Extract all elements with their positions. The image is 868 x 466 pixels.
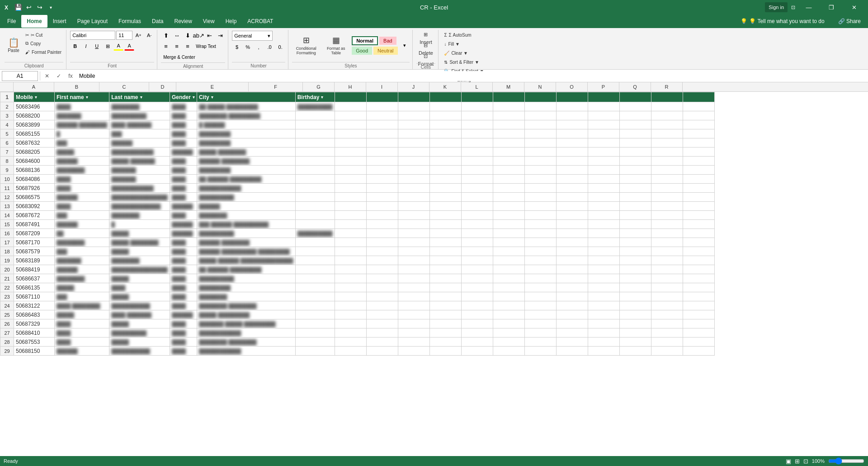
cell-empty-27-k[interactable]: [461, 328, 493, 338]
cell-data-26-2[interactable]: ████: [170, 319, 197, 328]
cell-data-2-1[interactable]: ████████: [109, 102, 170, 111]
cell-empty-19-r[interactable]: [683, 256, 714, 265]
cell-empty-7-n[interactable]: [556, 147, 588, 157]
cell-empty-7-i[interactable]: [398, 147, 429, 157]
row-num-25[interactable]: 25: [0, 310, 14, 319]
cell-empty-4-g[interactable]: [335, 120, 366, 129]
cell-data-29-0[interactable]: ██████: [55, 347, 109, 356]
cell-data-14-2[interactable]: ████: [170, 211, 197, 220]
cell-empty-2-k[interactable]: [461, 102, 493, 111]
cell-data-11-2[interactable]: ████: [170, 184, 197, 193]
cell-empty-14-p[interactable]: [619, 211, 651, 220]
cell-data-23-1[interactable]: █████: [109, 292, 170, 301]
cell-data-23-4[interactable]: [295, 292, 335, 301]
col-header-d[interactable]: D: [149, 82, 176, 91]
styles-expand-button[interactable]: ▾: [400, 41, 410, 50]
delete-button[interactable]: ⊟ Delete: [416, 42, 436, 52]
cell-data-8-0[interactable]: ██████: [55, 157, 109, 166]
cell-data-7-3[interactable]: █████ ████████: [197, 147, 295, 157]
menu-item-help[interactable]: Help: [220, 15, 242, 28]
cell-data-15-0[interactable]: ██████: [55, 220, 109, 229]
cell-empty-13-j[interactable]: [429, 202, 461, 211]
row-num-14[interactable]: 14: [0, 211, 14, 220]
cell-empty-13-o[interactable]: [588, 202, 619, 211]
cell-data-25-4[interactable]: [295, 310, 335, 319]
cell-empty-7-q[interactable]: [651, 147, 683, 157]
cell-empty-23-n[interactable]: [556, 292, 588, 301]
cell-empty-15-m[interactable]: [524, 220, 556, 229]
row-num-2[interactable]: 2: [0, 102, 14, 111]
cell-empty-10-j[interactable]: [429, 175, 461, 184]
cell-empty-17-j[interactable]: [429, 238, 461, 247]
cell-empty-9-k[interactable]: [461, 166, 493, 175]
cell-empty-8-n[interactable]: [556, 157, 588, 166]
cell-empty-11-k[interactable]: [461, 184, 493, 193]
cell-empty-16-j[interactable]: [429, 229, 461, 238]
cell-empty-23-j[interactable]: [429, 292, 461, 301]
cell-data-6-0[interactable]: ███: [55, 138, 109, 147]
cell-empty-17-h[interactable]: [366, 238, 398, 247]
cell-empty-10-i[interactable]: [398, 175, 429, 184]
font-size-input[interactable]: [116, 31, 132, 40]
cell-empty-8-i[interactable]: [398, 157, 429, 166]
clear-button[interactable]: 🧹 Clear ▼: [442, 49, 486, 57]
page-layout-icon[interactable]: ⊞: [795, 458, 800, 465]
cell-empty-20-j[interactable]: [429, 265, 461, 274]
header-empty-n[interactable]: [556, 92, 588, 102]
cell-empty-10-k[interactable]: [461, 175, 493, 184]
cell-empty-17-m[interactable]: [524, 238, 556, 247]
insert-button[interactable]: ⊞ Insert: [416, 31, 436, 41]
cell-empty-19-q[interactable]: [651, 256, 683, 265]
cell-data-25-0[interactable]: █████: [55, 310, 109, 319]
menu-item-page-layout[interactable]: Page Layout: [72, 15, 113, 28]
cell-data-24-1[interactable]: ███████████: [109, 301, 170, 310]
cell-empty-9-g[interactable]: [335, 166, 366, 175]
cell-data-12-2[interactable]: ████: [170, 193, 197, 202]
cell-empty-11-o[interactable]: [588, 184, 619, 193]
row-num-21[interactable]: 21: [0, 274, 14, 283]
cell-data-4-1[interactable]: ████ ███████: [109, 120, 170, 129]
cell-empty-8-m[interactable]: [524, 157, 556, 166]
cell-data-3-1[interactable]: ██████████: [109, 111, 170, 120]
cell-empty-23-i[interactable]: [398, 292, 429, 301]
header-cell-f[interactable]: Birthday▾: [295, 92, 335, 102]
cell-empty-2-o[interactable]: [588, 102, 619, 111]
cell-empty-10-q[interactable]: [651, 175, 683, 184]
menu-item-home[interactable]: Home: [21, 15, 47, 28]
spreadsheet-container[interactable]: 1Mobile▾First name▾Last name▾Gender▾City…: [0, 92, 868, 466]
cell-empty-21-g[interactable]: [335, 274, 366, 283]
cell-empty-20-g[interactable]: [335, 265, 366, 274]
conditional-formatting-button[interactable]: ⊞ Conditional Formatting: [292, 31, 320, 60]
header-empty-j[interactable]: [429, 92, 461, 102]
row-num-26[interactable]: 26: [0, 319, 14, 328]
cell-empty-19-m[interactable]: [524, 256, 556, 265]
cell-empty-29-h[interactable]: [366, 347, 398, 356]
cell-data-20-4[interactable]: [295, 265, 335, 274]
cell-empty-15-g[interactable]: [335, 220, 366, 229]
cell-empty-24-q[interactable]: [651, 301, 683, 310]
cell-empty-15-h[interactable]: [366, 220, 398, 229]
cell-empty-5-g[interactable]: [335, 129, 366, 138]
cell-data-21-1[interactable]: █████: [109, 274, 170, 283]
cell-empty-24-l[interactable]: [493, 301, 524, 310]
col-header-j[interactable]: J: [398, 82, 429, 91]
cell-empty-19-i[interactable]: [398, 256, 429, 265]
cell-empty-21-k[interactable]: [461, 274, 493, 283]
cell-empty-27-m[interactable]: [524, 328, 556, 338]
formula-input[interactable]: [77, 71, 866, 81]
cell-empty-8-k[interactable]: [461, 157, 493, 166]
cell-empty-4-p[interactable]: [619, 120, 651, 129]
cell-data-28-0[interactable]: ████: [55, 338, 109, 347]
bold-button[interactable]: B: [70, 42, 80, 51]
cell-empty-29-k[interactable]: [461, 347, 493, 356]
cell-data-2-2[interactable]: ████: [170, 102, 197, 111]
cell-empty-29-o[interactable]: [588, 347, 619, 356]
cell-empty-6-o[interactable]: [588, 138, 619, 147]
cell-data-28-2[interactable]: ████: [170, 338, 197, 347]
cell-data-25-1[interactable]: ████ ███████: [109, 310, 170, 319]
cell-data-20-1[interactable]: ████████████████: [109, 265, 170, 274]
cell-empty-13-n[interactable]: [556, 202, 588, 211]
cell-empty-15-q[interactable]: [651, 220, 683, 229]
quick-undo-icon[interactable]: ↩: [25, 4, 33, 11]
cell-empty-26-l[interactable]: [493, 319, 524, 328]
